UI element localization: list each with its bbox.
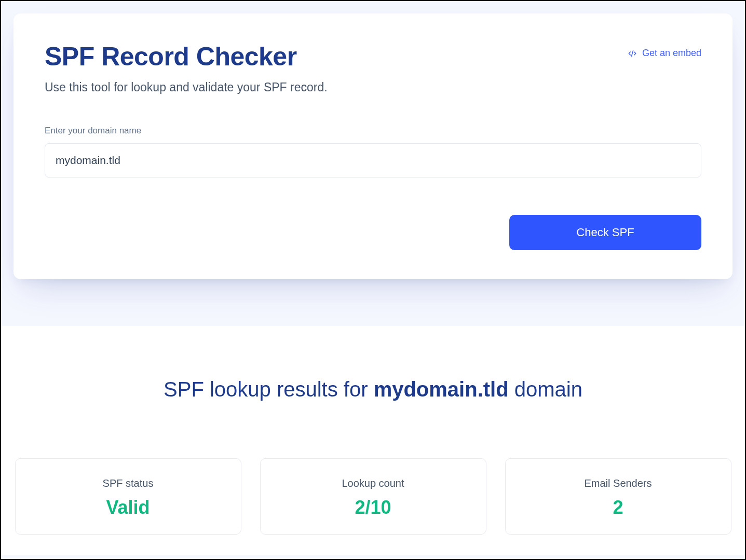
stat-label: Lookup count (271, 477, 476, 489)
svg-line-0 (631, 50, 633, 56)
get-embed-label: Get an embed (642, 48, 701, 59)
stat-value: 2 (516, 497, 721, 518)
results-section: SPF lookup results for mydomain.tld doma… (1, 326, 745, 555)
get-embed-link[interactable]: Get an embed (628, 48, 701, 59)
results-title-suffix: domain (509, 378, 582, 401)
stat-label: SPF status (26, 477, 230, 489)
results-title: SPF lookup results for mydomain.tld doma… (13, 378, 733, 401)
check-spf-button[interactable]: Check SPF (509, 215, 701, 250)
domain-input[interactable] (45, 143, 701, 177)
spf-checker-card: SPF Record Checker Use this tool for loo… (13, 13, 733, 279)
domain-input-label: Enter your domain name (45, 126, 701, 136)
stat-value: Valid (26, 497, 230, 518)
stat-label: Email Senders (516, 477, 721, 489)
code-icon (628, 49, 637, 58)
page-subtitle: Use this tool for lookup and validate yo… (45, 80, 328, 94)
results-title-prefix: SPF lookup results for (164, 378, 374, 401)
stat-card-lookup-count: Lookup count 2/10 (260, 458, 486, 535)
stat-card-email-senders: Email Senders 2 (505, 458, 731, 535)
stat-card-spf-status: SPF status Valid (15, 458, 241, 535)
stat-value: 2/10 (271, 497, 476, 518)
results-domain: mydomain.tld (374, 378, 509, 401)
page-title: SPF Record Checker (45, 43, 328, 71)
